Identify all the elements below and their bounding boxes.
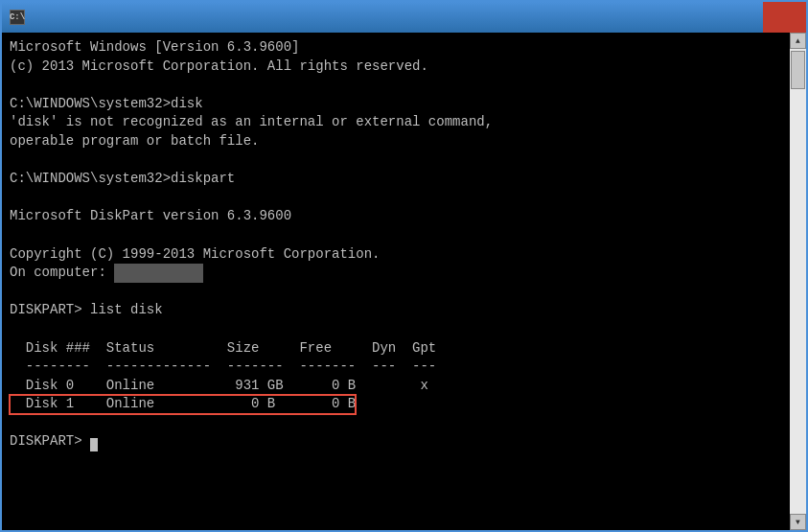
cmd-window: C:\ Microsoft Windows [Version 6.3.9600]… [0, 0, 808, 532]
scroll-up-button[interactable]: ▲ [790, 33, 806, 49]
close-button[interactable] [763, 2, 806, 33]
highlighted-disk-row: Disk 1 Online 0 B 0 B [10, 395, 356, 414]
minimize-button[interactable] [677, 2, 720, 33]
cursor-blink [90, 438, 98, 451]
title-bar: C:\ [2, 2, 806, 33]
window-icon: C:\ [10, 10, 25, 25]
terminal-output[interactable]: Microsoft Windows [Version 6.3.9600] (c)… [2, 33, 790, 530]
scrollbar[interactable]: ▲ ▼ [790, 33, 806, 530]
title-bar-left: C:\ [10, 10, 31, 25]
scrollbar-thumb[interactable] [791, 51, 805, 89]
content-area: Microsoft Windows [Version 6.3.9600] (c)… [2, 33, 806, 530]
title-bar-buttons [677, 2, 806, 33]
scroll-down-button[interactable]: ▼ [790, 514, 806, 530]
maximize-button[interactable] [720, 2, 763, 33]
scrollbar-track[interactable] [790, 49, 806, 514]
redacted-hostname [114, 264, 202, 283]
